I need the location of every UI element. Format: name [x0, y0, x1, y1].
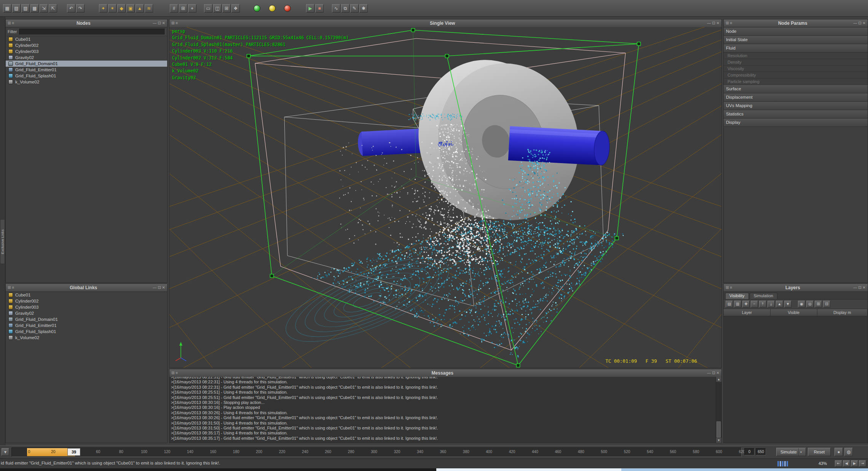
move-down-icon[interactable]: ▼ — [784, 301, 791, 308]
panel-float-icon[interactable]: ⊡ — [158, 286, 161, 290]
params-section-initial-state[interactable]: Initial State — [724, 36, 868, 44]
messages-titlebar[interactable]: ⊞≡ Messages —⊡✕ — [169, 369, 721, 377]
panel-collapse-icon[interactable]: — — [853, 286, 857, 290]
viewport-3d[interactable]: perspGrid_Fluid_Domain01 PARTICLES:11211… — [169, 27, 722, 368]
messages-scrollbar[interactable]: ▲ ▼ — [716, 377, 721, 443]
add-emitter-button[interactable]: ✦ — [99, 4, 107, 13]
panel-float-icon[interactable]: ⊡ — [158, 21, 161, 25]
panel-dock-icon[interactable]: ≡ — [730, 21, 732, 25]
undo-button[interactable]: ↶ — [67, 4, 75, 13]
panel-dock-icon[interactable]: ≡ — [176, 371, 178, 375]
add-mesh-button[interactable]: ▲ — [136, 4, 144, 13]
min-frame-field[interactable]: 0 — [744, 448, 755, 455]
panel-close-icon[interactable]: ✕ — [863, 286, 866, 290]
nodes-panel-titlebar[interactable]: ⊞≡ Nodes —⊡✕ — [6, 19, 167, 27]
relationship-editor-button[interactable]: ⧉ — [341, 4, 349, 13]
node-item-cylinder003[interactable]: Cylinder003 — [6, 304, 167, 310]
node-item-grid_fluid_splash01[interactable]: Grid_Fluid_Splash01 — [6, 328, 167, 335]
new-scene-button[interactable]: ▦ — [3, 4, 11, 13]
layers-tab-visibility[interactable]: Visibility — [725, 293, 749, 299]
remove-from-layer-icon[interactable]: − — [751, 301, 758, 308]
panel-close-icon[interactable]: ✕ — [162, 286, 165, 290]
panel-float-icon[interactable]: ⊡ — [712, 21, 715, 25]
snap-toggle-button[interactable]: # — [170, 4, 178, 13]
params-section-uvs-mapping[interactable]: UVs Mapping — [724, 102, 868, 110]
panel-menu-icon[interactable]: ⊞ — [8, 286, 11, 290]
panel-close-icon[interactable]: ✕ — [716, 371, 720, 375]
node-item-gravity02[interactable]: Gravity02 — [6, 54, 167, 61]
step-forward-button[interactable]: ▶ — [851, 460, 858, 467]
node-item-k_volume02[interactable]: k_Volume02 — [6, 79, 167, 85]
sim-status-ready-led[interactable] — [254, 5, 260, 12]
panel-collapse-icon[interactable]: — — [853, 21, 857, 25]
params-section-fluid[interactable]: Fluid — [724, 44, 868, 53]
panel-dock-icon[interactable]: ≡ — [176, 21, 178, 25]
scroll-up-icon[interactable]: ▲ — [716, 377, 721, 382]
panel-menu-icon[interactable]: ⊞ — [726, 286, 729, 290]
add-object-button[interactable]: ◆ — [117, 4, 126, 13]
open-scene-button[interactable]: ▧ — [12, 4, 21, 13]
simulate-dropdown-icon[interactable]: ▾ — [798, 448, 802, 456]
step-back-button[interactable]: ◀ — [843, 460, 850, 467]
node-item-grid_fluid_emitter01[interactable]: Grid_Fluid_Emitter01 — [6, 67, 167, 73]
pivot-toggle-button[interactable]: ⌖ — [188, 4, 196, 13]
panel-menu-icon[interactable]: ⊞ — [171, 21, 174, 25]
layout-quad-button[interactable]: ⊞ — [222, 4, 231, 13]
redo-button[interactable]: ↷ — [76, 4, 85, 13]
node-item-grid_fluid_emitter01[interactable]: Grid_Fluid_Emitter01 — [6, 322, 167, 328]
max-frame-field[interactable]: 650 — [756, 448, 766, 455]
export-file-button[interactable]: ⇱ — [49, 4, 57, 13]
maximize-view-button[interactable]: ❖ — [231, 4, 240, 13]
go-end-button[interactable]: ⇥ — [859, 460, 866, 467]
layers-column-visible[interactable]: Visible — [771, 309, 817, 316]
panel-dock-icon[interactable]: ≡ — [730, 286, 732, 290]
params-section-statistics[interactable]: Statistics — [724, 110, 868, 119]
move-up-icon[interactable]: ▲ — [776, 301, 783, 308]
exclusive-links-tab[interactable]: Exclusive Links — [0, 219, 5, 264]
curve-editor-button[interactable]: ∿ — [332, 4, 340, 13]
panel-menu-icon[interactable]: ⊞ — [8, 21, 11, 25]
panel-close-icon[interactable]: ✕ — [716, 21, 720, 25]
panel-dock-icon[interactable]: ≡ — [12, 286, 14, 290]
node-item-k_volume02[interactable]: k_Volume02 — [6, 335, 167, 341]
new-layer-icon[interactable]: ▤ — [726, 301, 733, 308]
stop-simulation-button[interactable]: ■ — [315, 4, 324, 13]
movie-settings-button[interactable]: ✱ — [359, 4, 368, 13]
node-item-grid_fluid_splash01[interactable]: Grid_Fluid_Splash01 — [6, 73, 167, 79]
panel-float-icon[interactable]: ⊡ — [712, 371, 715, 375]
play-simulation-button[interactable]: ▶ — [306, 4, 314, 13]
grid-toggle-button[interactable]: ⊞ — [179, 4, 187, 13]
collapse-all-icon[interactable]: ⊟ — [823, 301, 830, 308]
params-section-displacement[interactable]: Displacement — [724, 93, 868, 102]
preview-sphere-icon[interactable]: ● — [834, 448, 843, 456]
params-section-display[interactable]: Display — [724, 119, 868, 127]
node-item-cylinder002[interactable]: Cylinder002 — [6, 42, 167, 48]
layers-column-layer[interactable]: Layer — [724, 309, 771, 316]
panel-menu-icon[interactable]: ⊞ — [726, 21, 729, 25]
toggle-render-icon[interactable]: ◎ — [806, 301, 814, 308]
save-incremental-button[interactable]: ▩ — [30, 4, 39, 13]
current-frame-indicator[interactable]: 39 — [67, 448, 80, 456]
node-item-cylinder003[interactable]: Cylinder003 — [6, 48, 167, 54]
move-top-icon[interactable]: ⤒ — [759, 301, 766, 308]
layers-tab-simulation[interactable]: Simulation — [750, 293, 777, 299]
panel-close-icon[interactable]: ✕ — [863, 21, 866, 25]
panel-collapse-icon[interactable]: — — [707, 21, 711, 25]
panel-menu-icon[interactable]: ⊞ — [171, 371, 174, 375]
panel-collapse-icon[interactable]: — — [153, 21, 156, 25]
simulate-button[interactable]: Simulate▾ — [776, 448, 806, 456]
panel-float-icon[interactable]: ⊡ — [858, 21, 861, 25]
panel-float-icon[interactable]: ⊡ — [858, 286, 861, 290]
nodes-filter-input[interactable] — [19, 29, 165, 35]
params-section-node[interactable]: Node — [724, 27, 868, 36]
delete-layer-icon[interactable]: ▥ — [734, 301, 741, 308]
add-fluid-domain-button[interactable]: ▣ — [126, 4, 135, 13]
add-to-layer-icon[interactable]: ✚ — [742, 301, 750, 308]
go-start-button[interactable]: ⇤ — [835, 460, 842, 467]
node-params-titlebar[interactable]: ⊞≡ Node Params —⊡✕ — [724, 19, 868, 27]
single-view-titlebar[interactable]: ⊞≡ Single View —⊡✕ — [169, 19, 721, 27]
node-item-grid_fluid_domain01[interactable]: Grid_Fluid_Domain01 — [6, 61, 167, 67]
batch-script-button[interactable]: ✎ — [350, 4, 359, 13]
node-item-cube01[interactable]: Cube01 — [6, 292, 167, 298]
sim-status-cache-led[interactable] — [269, 5, 276, 12]
